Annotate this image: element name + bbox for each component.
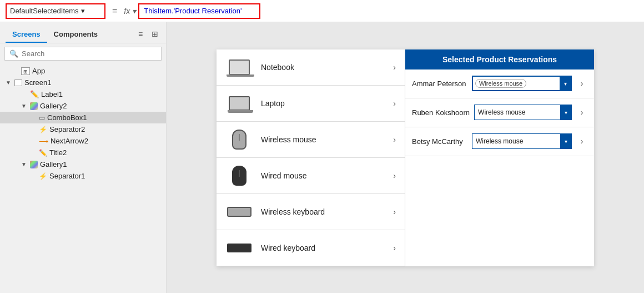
dropdown-arrow-icon: ▾: [81, 7, 101, 15]
laptop-icon: [225, 96, 253, 111]
fx-arrow-icon: ▾: [132, 7, 136, 16]
gallery-label-wiredmouse: Wired mouse: [261, 171, 385, 180]
reservation-row-2: Betsy McCarthy Wireless mouse ▾ ›: [405, 127, 594, 156]
row-chevron-2: ›: [576, 137, 587, 146]
gallery-label-notebook: Notebook: [261, 63, 385, 72]
reservation-row-1: Ruben Kokshoorn Wireless mouse ▾ ›: [405, 98, 594, 127]
search-box: 🔍: [4, 47, 162, 61]
sidebar-tab-bar: Screens Components ≡ ⊞: [0, 22, 166, 43]
combobox-betsy[interactable]: Wireless mouse ▾: [472, 133, 572, 149]
row-chevron-0: ›: [576, 79, 587, 88]
right-panel-header: Selected Product Reservations: [405, 49, 594, 69]
tree-item-screen1[interactable]: ▼ Screen1: [0, 77, 166, 88]
tree-label-separator2: Separator2: [49, 125, 85, 133]
top-bar: DefaultSelectedItems ▾ = fx ▾ ThisItem.'…: [0, 0, 644, 22]
search-input[interactable]: [22, 49, 157, 58]
person-name-1: Ruben Kokshoorn: [412, 108, 470, 117]
sidebar-tab-icons: ≡ ⊞: [135, 28, 160, 42]
gallery-label-laptop: Laptop: [261, 99, 385, 108]
reservation-row-0: Ammar Peterson Wireless mouse ▾ ›: [405, 69, 594, 98]
tree-item-title2[interactable]: ✏️ Title2: [0, 147, 166, 158]
property-label: DefaultSelectedItems: [10, 7, 79, 15]
nextarrow-icon: ⟶: [39, 137, 48, 145]
gallery-chevron-notebook: ›: [393, 63, 396, 72]
combo-arrow-betsy: ▾: [560, 134, 571, 148]
gallery-chevron-wiredkeyboard: ›: [393, 244, 396, 252]
wmouse-icon: [225, 130, 253, 150]
tree-chevron-gallery1: ▼: [21, 161, 28, 167]
tree-label-gallery1: Gallery1: [40, 160, 67, 168]
pill-text-ammar: Wireless mouse: [479, 80, 522, 87]
gallery-item-wiredmouse[interactable]: Wired mouse ›: [217, 158, 405, 194]
grid-view-icon[interactable]: ⊞: [149, 28, 160, 39]
person-name-0: Ammar Peterson: [412, 80, 467, 88]
tree-chevron-screen1: ▼: [6, 80, 12, 86]
gallery-item-notebook[interactable]: Notebook ›: [217, 49, 405, 86]
tree-item-label1[interactable]: ✏️ Label1: [0, 88, 166, 100]
fx-box: fx ▾ ThisItem.'Product Reservation': [124, 3, 638, 19]
tree-label-combobox1: ComboBox1: [47, 113, 87, 122]
formula-bar[interactable]: ThisItem.'Product Reservation': [138, 3, 260, 19]
separator-icon: ⚡: [39, 126, 47, 133]
tree-item-separator2[interactable]: ⚡ Separator2: [0, 123, 166, 135]
wkeyboard-icon: [225, 207, 253, 217]
combo-text-betsy: Wireless mouse: [476, 137, 568, 145]
gallery-item-wkeyboard[interactable]: Wireless keyboard ›: [217, 194, 405, 230]
equals-sign: =: [110, 6, 119, 16]
right-panel: Selected Product Reservations Ammar Pete…: [405, 49, 594, 266]
fx-icon: fx: [124, 7, 130, 16]
gallery2-icon: [30, 102, 38, 110]
search-icon: 🔍: [9, 49, 18, 58]
gallery-label-wkeyboard: Wireless keyboard: [261, 207, 385, 216]
pill-ammar: Wireless mouse: [475, 79, 526, 88]
tree-label-nextarrow2: NextArrow2: [51, 137, 88, 145]
tree-item-nextarrow2[interactable]: ⟶ NextArrow2: [0, 135, 166, 147]
tree-label-label1: Label1: [41, 90, 63, 98]
property-dropdown[interactable]: DefaultSelectedItems ▾: [6, 3, 105, 19]
gallery-chevron-wmouse: ›: [393, 135, 396, 144]
person-name-2: Betsy McCarthy: [412, 137, 467, 146]
gallery-chevron-wiredmouse: ›: [393, 171, 396, 180]
combo-text-ruben: Wireless mouse: [478, 108, 568, 116]
gallery-item-laptop[interactable]: Laptop ›: [217, 86, 405, 122]
gallery-list: Notebook › Laptop › Wireless mouse: [217, 49, 405, 266]
wiredmouse-icon: [225, 166, 253, 186]
tree-label-separator1: Separator1: [49, 172, 85, 180]
combobox-ammar[interactable]: Wireless mouse ▾: [472, 76, 572, 91]
gallery-chevron-laptop: ›: [393, 99, 396, 108]
pill-arrow-ammar: ▾: [560, 77, 571, 90]
notebook-icon: [225, 59, 253, 75]
screen-icon: [14, 80, 22, 86]
tree-chevron-gallery2: ▼: [21, 103, 28, 109]
main-area: Screens Components ≡ ⊞ 🔍 ⊞ App ▼ Screen1: [0, 22, 644, 293]
combo-arrow-ruben: ▾: [560, 105, 571, 120]
sidebar: Screens Components ≡ ⊞ 🔍 ⊞ App ▼ Screen1: [0, 22, 167, 293]
gallery1-icon: [30, 161, 38, 168]
right-panel-title: Selected Product Reservations: [442, 55, 557, 64]
tree-item-app[interactable]: ⊞ App: [0, 65, 166, 77]
tab-components[interactable]: Components: [47, 27, 104, 43]
tree-item-gallery1[interactable]: ▼ Gallery1: [0, 158, 166, 170]
separator1-icon: ⚡: [39, 172, 47, 180]
gallery-item-wiredkeyboard[interactable]: Wired keyboard ›: [217, 230, 405, 266]
tree-item-gallery2[interactable]: ▼ Gallery2: [0, 100, 166, 112]
tab-screens[interactable]: Screens: [6, 27, 47, 43]
tree-label-screen1: Screen1: [24, 78, 51, 87]
canvas: Notebook › Laptop › Wireless mouse: [167, 22, 644, 293]
combobox-icon: ▭: [39, 114, 45, 122]
tree-item-combobox1[interactable]: ▭ ComboBox1: [0, 112, 166, 123]
tree-label-title2: Title2: [49, 148, 67, 157]
combobox-ruben[interactable]: Wireless mouse ▾: [474, 105, 572, 120]
tree-item-separator1[interactable]: ⚡ Separator1: [0, 170, 166, 182]
list-view-icon[interactable]: ≡: [135, 28, 146, 39]
tree-area: ⊞ App ▼ Screen1 ✏️ Label1 ▼ Gallery2: [0, 64, 166, 293]
label-icon: ✏️: [30, 90, 39, 98]
gallery-chevron-wkeyboard: ›: [393, 207, 396, 216]
tree-label-gallery2: Gallery2: [40, 102, 67, 110]
title2-icon: ✏️: [39, 149, 47, 157]
formula-text: ThisItem.'Product Reservation': [144, 7, 242, 15]
app-icon: ⊞: [21, 67, 30, 75]
tree-label-app: App: [32, 67, 45, 75]
gallery-item-wmouse[interactable]: Wireless mouse ›: [217, 122, 405, 158]
app-preview: Notebook › Laptop › Wireless mouse: [217, 49, 594, 266]
